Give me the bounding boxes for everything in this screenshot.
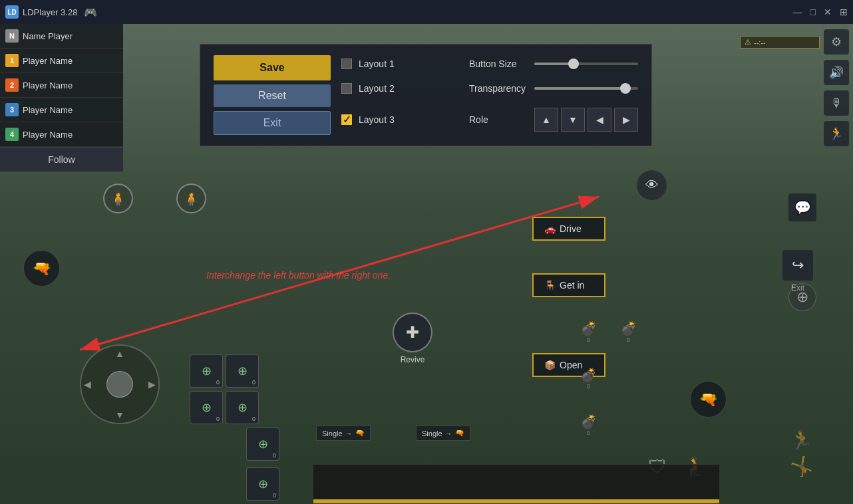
get-in-button[interactable]: 🪑 Get in xyxy=(532,273,605,297)
get-in-icon: 🪑 xyxy=(544,280,556,291)
role-arrow-down[interactable]: ▼ xyxy=(561,108,585,132)
progress-bar xyxy=(313,499,719,503)
medkit-grid-mid: ⊕ 0 ⊕ 0 xyxy=(190,391,259,424)
exit-icon[interactable]: ↪ xyxy=(782,250,813,281)
single-label-1: Single xyxy=(322,430,343,438)
restore-button[interactable]: □ xyxy=(810,7,816,17)
role-label: Role xyxy=(469,114,529,125)
grenade-2[interactable]: 💣 0 xyxy=(613,316,643,346)
player-icon-1: 🧍 xyxy=(103,184,133,213)
role-arrow-right[interactable]: ▶ xyxy=(614,108,638,132)
layout-1-label: Layout 1 xyxy=(359,59,395,69)
controller-icon: 🎮 xyxy=(84,6,97,19)
player-item-3[interactable]: 3 Player Name xyxy=(0,98,123,122)
close-button[interactable]: ✕ xyxy=(824,7,832,17)
joystick[interactable]: ▲ ▼ ◀ ▶ xyxy=(80,344,160,424)
app-title: LDPlayer 3.28 xyxy=(23,7,77,17)
medkit-4[interactable]: ⊕ 0 xyxy=(226,391,259,424)
chat-icon[interactable]: 💬 xyxy=(788,193,816,221)
joystick-inner xyxy=(106,371,133,398)
grenade-icon-4: 💣 xyxy=(580,414,597,430)
warning-bar: ⚠ --:-- xyxy=(740,36,820,49)
save-button[interactable]: Save xyxy=(214,55,331,80)
player-badge-3: 3 xyxy=(5,103,19,116)
button-size-fill xyxy=(534,63,571,65)
settings-icon[interactable]: ⚙ xyxy=(824,29,849,55)
grenade-4[interactable]: 💣 0 xyxy=(574,410,603,440)
medkit-count-1: 0 xyxy=(216,379,220,386)
grenade-icon-2: 💣 xyxy=(620,320,637,336)
transparency-thumb[interactable] xyxy=(620,83,631,94)
layout-2-checkbox[interactable] xyxy=(341,83,352,94)
button-size-group: Button Size xyxy=(469,59,638,69)
player-sil-2: 🤸 xyxy=(790,455,813,477)
button-size-label: Button Size xyxy=(469,59,529,69)
medkit-count-3: 0 xyxy=(216,416,220,422)
transparency-slider[interactable] xyxy=(534,87,638,90)
medkit-icon-5: ⊕ xyxy=(258,437,268,451)
medkit-6[interactable]: ⊕ 0 xyxy=(246,467,279,501)
medkit-count-5: 0 xyxy=(273,452,276,459)
medkit-icon-6: ⊕ xyxy=(258,477,268,491)
role-arrow-left[interactable]: ◀ xyxy=(588,108,611,132)
gun-icon-1: 🔫 xyxy=(355,429,365,438)
layout-3-checkbox[interactable]: ✓ xyxy=(341,114,352,125)
drive-icon: 🚗 xyxy=(544,223,556,234)
revive-button[interactable]: ✚ Revive xyxy=(393,313,432,364)
minimize-button[interactable]: — xyxy=(793,7,802,17)
player-2-label: Player Name xyxy=(23,80,73,90)
medkit-grid-top: ⊕ 0 ⊕ 0 xyxy=(190,354,259,388)
dpad-right: ▶ xyxy=(148,379,156,390)
role-arrow-up[interactable]: ▲ xyxy=(534,108,558,132)
weapon-single-1[interactable]: Single → 🔫 xyxy=(316,426,371,441)
warning-icon: ⚠ xyxy=(745,38,751,47)
eye-icon[interactable]: 👁 xyxy=(637,170,667,200)
grenade-3[interactable]: 💣 0 xyxy=(574,363,603,393)
medkit-2[interactable]: ⊕ 0 xyxy=(226,354,259,388)
follow-button[interactable]: Follow xyxy=(0,147,123,172)
drive-button[interactable]: 🚗 Drive xyxy=(532,217,605,241)
medkit-3[interactable]: ⊕ 0 xyxy=(190,391,223,424)
player-3-label: Player Name xyxy=(23,105,73,115)
button-size-slider[interactable] xyxy=(534,63,638,65)
medkit-5[interactable]: ⊕ 0 xyxy=(246,428,279,461)
layout-3-row: ✓ Layout 3 xyxy=(341,114,458,125)
video-bar xyxy=(313,464,720,504)
player-badge-2: 2 xyxy=(5,78,19,92)
player-badge-name: N xyxy=(5,29,19,43)
run-icon[interactable]: 🏃 xyxy=(824,121,849,146)
player-item-1[interactable]: 1 Player Name xyxy=(0,49,123,73)
weapon-single-2[interactable]: Single → 🔫 xyxy=(416,426,470,441)
medkit-icon-2: ⊕ xyxy=(238,364,248,378)
single-label-2: Single xyxy=(422,430,442,438)
joystick-outer[interactable]: ▲ ▼ ◀ ▶ xyxy=(80,344,160,424)
grenade-1[interactable]: 💣 0 xyxy=(574,316,603,346)
titlebar: LD LDPlayer 3.28 🎮 — □ ✕ ⊞ xyxy=(0,0,853,24)
medkit-1[interactable]: ⊕ 0 xyxy=(190,354,223,388)
game-background: N Name Player 1 Player Name 2 Player Nam… xyxy=(0,24,853,504)
transparency-fill xyxy=(534,87,623,90)
arrow-icon-1: → xyxy=(345,430,353,438)
microphone-icon[interactable]: 🎙 xyxy=(824,90,849,116)
app-logo: LD xyxy=(5,5,19,19)
reset-button[interactable]: Reset xyxy=(214,84,331,107)
medkit-icon-4: ⊕ xyxy=(238,400,248,415)
player-badge-1: 1 xyxy=(5,54,19,67)
revive-label: Revive xyxy=(401,355,425,364)
button-size-thumb[interactable] xyxy=(568,59,579,69)
layout-1-checkbox[interactable] xyxy=(341,59,352,69)
layout-2-row: Layout 2 xyxy=(341,83,458,94)
open-icon: 📦 xyxy=(544,360,556,370)
player-item-4[interactable]: 4 Player Name xyxy=(0,122,123,147)
player-name-label: Name Player xyxy=(23,31,73,41)
grenade-icon-1: 💣 xyxy=(580,320,597,336)
exit-button[interactable]: Exit xyxy=(214,111,331,135)
grenade-count-2: 0 xyxy=(627,336,630,343)
multiwindow-button[interactable]: ⊞ xyxy=(840,7,848,17)
player-icon-2: 🧍 xyxy=(176,184,206,213)
player-item-2[interactable]: 2 Player Name xyxy=(0,73,123,98)
medkit-icon-1: ⊕ xyxy=(202,364,212,378)
crosshair-icon[interactable]: ⊕ xyxy=(788,283,816,311)
volume-icon[interactable]: 🔊 xyxy=(824,60,849,85)
player-item-name[interactable]: N Name Player xyxy=(0,24,123,49)
